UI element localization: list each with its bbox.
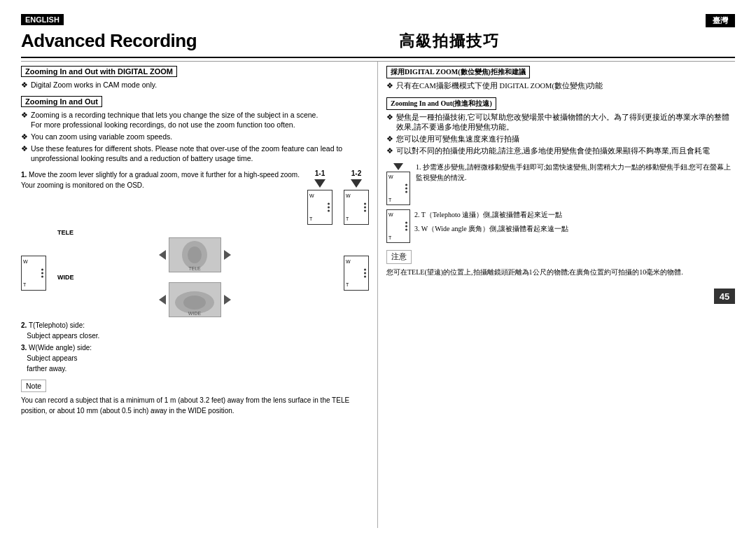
tele-label: TELE [57, 229, 74, 236]
zh-cam-left: W T [386, 209, 410, 243]
zh-step3: 3. W（Wide angle 廣角）側,讓被攝體看起來遠一點 [414, 223, 735, 235]
zh-bullet3: ❖ 可以對不同的拍攝使用此功能,請注意,過多地使用變焦會使拍攝效果顯得不夠專業,… [386, 146, 735, 157]
tele-row: TELE [159, 237, 231, 272]
footer: 45 [386, 289, 735, 304]
zoom-bullet2: ❖ You can zoom using variable zoom speed… [21, 132, 369, 142]
zoom-inout-section: Zooming In and Out ❖ Zooming is a record… [21, 96, 369, 164]
zh-zoom-section: Zooming In and Out(推進和拉遠) ❖ 變焦是一種拍攝技術,它可… [386, 97, 735, 157]
diagrams-row: 1-1 W T 1-2 [307, 169, 369, 225]
zoom-bullet1: ❖ Zooming is a recording technique that … [21, 110, 369, 130]
diagram1-label: 1-1 [315, 169, 325, 177]
zh-step1: 1. 抄需逐步變焦,請輕微移動變焦手鈕即可;如需快速變焦,則需稍大力一點的移動變… [416, 162, 735, 183]
zh-cam-1: W T [386, 162, 410, 205]
zh-bullet2: ❖ 您可以使用可變焦集速度來進行拍攝 [386, 134, 735, 145]
steps-2-3: 2. T(Telephoto) side: Subject appears cl… [21, 320, 369, 374]
left-header: ENGLISH [21, 14, 64, 25]
left-column: Zooming In and Out with DIGITAL ZOOM ❖ D… [21, 62, 378, 528]
zh-bullet1: ❖ 變焦是一種拍攝技術,它可以幫助您改變場景中被攝物體的大小。為了得到更接近的專… [386, 113, 735, 133]
zh-steps-2-3: 2. T（Telephoto 遠攝）側,讓被攝體看起來近一點 3. W（Wide… [414, 209, 735, 235]
zh-digital-zoom-section: 採用DIGITAL ZOOM(數位變焦)拒推和建議 ❖ 只有在CAM攝影機模式下… [386, 66, 735, 92]
note-text: You can record a subject that is a minim… [21, 395, 369, 416]
cam-tele: W T [21, 256, 46, 291]
tele-wide-section: W T TELE [21, 229, 369, 317]
zh-tele-wide: W T 2. T（Telephoto 遠攝）側,讓被攝體看起來近一點 [386, 209, 735, 243]
zh-step-texts: 1. 抄需逐步變焦,請輕微移動變焦手鈕即可;如需快速變焦,則需稍大力一點的移動變… [416, 162, 735, 205]
zh-note-section: 注意 您可在TELE(望遠)的位置上,拍攝離鏡頭距離為1公尺的物體;在廣角位置約… [386, 250, 735, 277]
zh-diagrams: W T [386, 162, 410, 205]
diagram-1-1: 1-1 W T [307, 169, 332, 225]
right-cam-wide: W T [344, 256, 369, 291]
diagram-1-2: 1-2 W T [344, 169, 369, 225]
step2: 2. T(Telephoto) side: Subject appears cl… [21, 320, 369, 341]
left-cam-tele: W T [21, 256, 46, 291]
zh-cam-wide: W T [386, 209, 410, 243]
wide-row: WIDE [159, 282, 231, 317]
note-box: Note [21, 380, 46, 392]
section1-bullet1: ❖ Digital Zoom works in CAM mode only. [21, 80, 369, 90]
steps-left: 1. Move the zoom lever slightly for a gr… [21, 169, 300, 195]
zh-section1-bullet: ❖ 只有在CAM攝影機模式下使用 DIGITAL ZOOM(數位變焦)功能 [386, 81, 735, 92]
title-row: Advanced Recording 高級拍攝技巧 [21, 29, 735, 52]
svg-text:TELE: TELE [188, 266, 201, 271]
step3: 3. W(Wide angle) side: Subject appears f… [21, 342, 369, 374]
bullet-sym: ❖ [21, 80, 28, 90]
diagram2-label: 1-2 [351, 169, 361, 177]
arrow-left-wide [159, 295, 166, 305]
section2-title: Zooming In and Out [21, 96, 102, 107]
zh-cam-inner-1: W T [386, 172, 410, 205]
digital-zoom-section: Zooming In and Out with DIGITAL ZOOM ❖ D… [21, 66, 369, 90]
cam-wide: W T [344, 256, 369, 291]
zh-section2-title: Zooming In and Out(推進和拉遠) [386, 97, 496, 110]
main-content: Zooming In and Out with DIGITAL ZOOM ❖ D… [21, 61, 735, 528]
tele-scene-svg: TELE [169, 238, 220, 272]
top-divider [21, 57, 735, 58]
zh-steps-diagrams: W T 1. 抄需逐步變焦,請輕微移動變焦手鈕即可;如需快速變焦,則需稍大力一點… [386, 162, 735, 205]
arrow-right-tele [224, 250, 231, 260]
arrow-left-tele [159, 250, 166, 260]
wide-scene-svg: WIDE [169, 283, 220, 317]
svg-point-6 [183, 296, 206, 310]
header-row: ENGLISH 臺灣 [21, 14, 735, 27]
step1: 1. Move the zoom lever slightly for a gr… [21, 169, 300, 190]
cam-inner-2: W T [344, 190, 369, 225]
english-badge: ENGLISH [21, 14, 64, 25]
right-title-block: 高級拍攝技巧 [392, 31, 735, 52]
note-section: Note You can record a subject that is a … [21, 380, 369, 416]
right-header: 臺灣 [706, 14, 735, 27]
zh-cam-side: W T [386, 209, 410, 243]
zh-note-box: 注意 [386, 250, 412, 264]
main-title: Advanced Recording [21, 30, 364, 52]
center-diagram: TELE TELE WIDE [52, 229, 338, 317]
zh-note-text: 您可在TELE(望遠)的位置上,拍攝離鏡頭距離為1公尺的物體;在廣角位置約可拍攝… [386, 267, 735, 277]
wide-label: WIDE [57, 274, 74, 281]
zh-section1-title: 採用DIGITAL ZOOM(數位變焦)拒推和建議 [386, 66, 530, 78]
arrow-right-wide [224, 295, 231, 305]
camera-image-tele: TELE [169, 237, 221, 272]
section1-title: Zooming In and Out with DIGITAL ZOOM [21, 66, 177, 77]
chinese-title: 高級拍攝技巧 [399, 31, 735, 52]
taiwan-badge: 臺灣 [706, 14, 735, 27]
zoom-bullet3: ❖ Use these features for different shots… [21, 144, 369, 164]
zoom-steps-area: 1. Move the zoom lever slightly for a gr… [21, 169, 369, 225]
page: ENGLISH 臺灣 Advanced Recording 高級拍攝技巧 Zoo… [0, 0, 756, 535]
svg-text:WIDE: WIDE [188, 311, 202, 316]
left-title-block: Advanced Recording [21, 29, 364, 52]
right-column: 採用DIGITAL ZOOM(數位變焦)拒推和建議 ❖ 只有在CAM攝影機模式下… [378, 62, 735, 528]
page-number: 45 [714, 289, 735, 304]
zh-step2: 2. T（Telephoto 遠攝）側,讓被攝體看起來近一點 [414, 209, 735, 221]
cam-inner-1: W T [307, 190, 332, 225]
svg-point-2 [188, 246, 202, 263]
camera-image-wide: WIDE [169, 282, 221, 317]
